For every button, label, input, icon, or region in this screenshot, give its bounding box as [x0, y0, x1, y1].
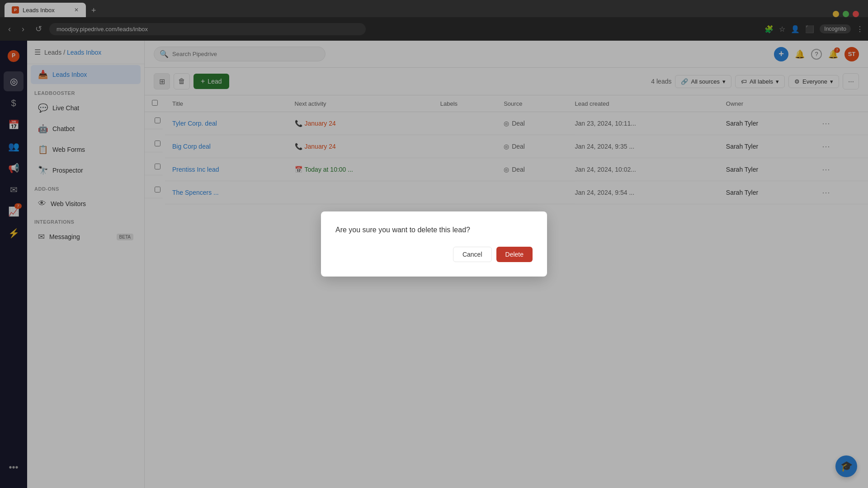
delete-confirm-modal: Are you sure you want to delete this lea…: [321, 211, 547, 277]
cancel-button[interactable]: Cancel: [453, 247, 492, 262]
delete-button[interactable]: Delete: [496, 247, 533, 262]
modal-actions: Cancel Delete: [335, 247, 533, 262]
modal-message: Are you sure you want to delete this lea…: [335, 226, 533, 234]
modal-overlay[interactable]: Are you sure you want to delete this lea…: [0, 0, 868, 488]
